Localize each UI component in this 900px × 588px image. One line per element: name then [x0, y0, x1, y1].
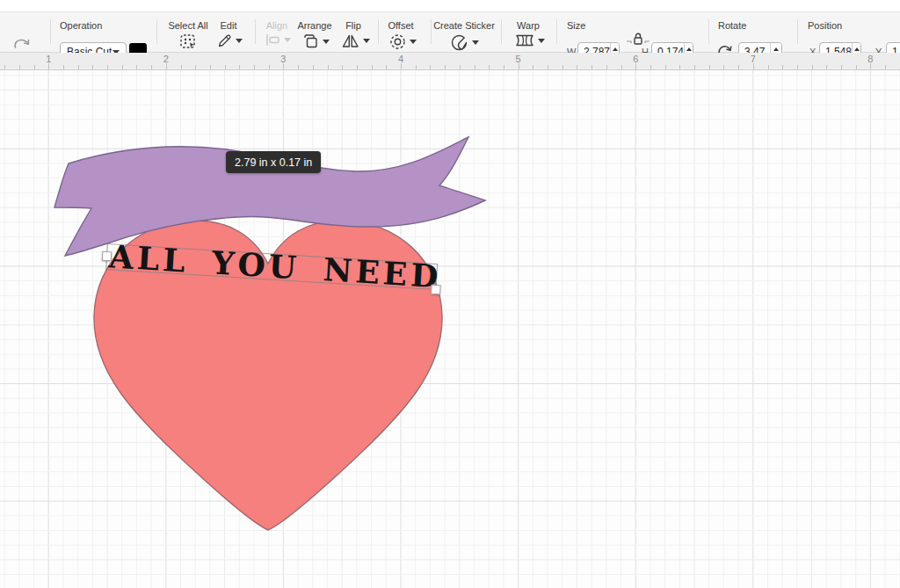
align-button[interactable]: [265, 33, 291, 47]
ruler-tick: [63, 65, 64, 69]
ruler-tick: [460, 65, 461, 69]
redo-arrow-icon: [13, 36, 31, 50]
ruler-tick: [665, 65, 666, 69]
select-all-button[interactable]: [179, 33, 197, 50]
ruler-tick: [357, 65, 358, 69]
pencil-icon: [217, 33, 232, 48]
ruler-tick: [4, 65, 5, 69]
ruler-tick: [225, 65, 226, 69]
arrange-icon: [302, 33, 319, 49]
redo-button[interactable]: [13, 36, 31, 50]
ruler-tick: [254, 65, 255, 69]
ruler-tick: [577, 65, 577, 69]
ruler-tick: [826, 65, 827, 69]
ruler-tick: [328, 65, 329, 69]
horizontal-ruler: 12345678: [0, 53, 900, 70]
align-icon: [265, 33, 280, 47]
flip-button[interactable]: [342, 33, 370, 48]
toolbar-divider: [255, 19, 256, 44]
ruler-tick: [650, 65, 651, 69]
offset-button[interactable]: [389, 33, 417, 50]
ruler-tick: [621, 65, 622, 69]
ruler-tick: [694, 65, 695, 69]
ruler-tick: [78, 65, 79, 69]
toolbar-divider: [708, 19, 709, 44]
flip-label: Flip: [345, 20, 361, 31]
ruler-tick: [489, 65, 490, 69]
lock-aspect-ratio-icon[interactable]: [626, 32, 650, 47]
chevron-down-icon: [236, 39, 243, 43]
ruler-tick: [401, 63, 402, 69]
align-label: Align: [266, 20, 287, 31]
warp-button[interactable]: [515, 33, 545, 47]
size-tooltip-text: 2.79 in x 0.17 in: [235, 156, 312, 169]
design-canvas[interactable]: ALL YOU NEED 2.79 in x 0.17 in: [0, 70, 900, 588]
ruler-tick: [342, 65, 343, 69]
ruler-tick: [856, 65, 857, 69]
arrange-button[interactable]: [302, 33, 330, 49]
toolbar-divider: [797, 19, 798, 44]
ruler-tick: [34, 65, 35, 69]
chevron-down-icon: [410, 40, 417, 44]
warp-icon: [515, 33, 534, 47]
selection-handle-left[interactable]: [102, 251, 112, 262]
app-window: Operation Basic Cut Select All Edit: [0, 0, 900, 588]
ruler-tick: [635, 63, 636, 69]
rotate-label: Rotate: [718, 20, 746, 31]
ruler-tick: [416, 65, 417, 69]
toolbar-divider: [156, 19, 157, 44]
ruler-tick: [768, 65, 769, 69]
ruler-tick: [107, 65, 108, 69]
ruler-tick: [313, 65, 314, 69]
ruler-tick: [181, 65, 182, 69]
ruler-tick: [445, 65, 446, 69]
toolbar-divider: [556, 19, 557, 44]
ruler-tick: [195, 65, 196, 69]
toolbar-divider: [378, 19, 379, 44]
ruler-tick: [723, 65, 724, 69]
ruler-tick: [738, 65, 739, 69]
chevron-down-icon: [284, 38, 291, 42]
select-all-label: Select All: [168, 20, 207, 31]
ruler-tick: [841, 65, 842, 69]
ruler-tick: [797, 65, 798, 69]
ruler-tick: [782, 65, 783, 69]
position-label: Position: [808, 20, 842, 31]
toolbar: Operation Basic Cut Select All Edit: [0, 11, 900, 53]
create-sticker-button[interactable]: [450, 33, 479, 52]
ruler-tick: [372, 65, 373, 69]
ruler-tick: [386, 65, 387, 69]
chevron-down-icon: [472, 40, 479, 45]
ruler-tick: [533, 65, 533, 69]
chevron-down-icon: [323, 40, 330, 44]
ruler-tick: [812, 65, 813, 69]
ruler-tick: [548, 65, 548, 69]
sticker-icon: [450, 33, 468, 52]
ruler-tick: [283, 63, 284, 69]
ruler-tick: [885, 65, 886, 69]
toolbar-divider: [501, 19, 502, 44]
ruler-tick: [92, 65, 93, 69]
ruler-tick: [504, 65, 504, 69]
ruler-tick: [562, 65, 563, 69]
chevron-down-icon: [363, 39, 370, 43]
edit-button[interactable]: [217, 33, 243, 48]
edit-label: Edit: [221, 20, 237, 31]
size-tooltip: 2.79 in x 0.17 in: [226, 151, 321, 173]
ruler-tick: [151, 65, 152, 69]
selection-handle-resize[interactable]: [431, 285, 441, 295]
ruler-tick: [753, 63, 754, 69]
chevron-down-icon: [538, 39, 545, 43]
toolbar-divider: [50, 19, 51, 44]
ruler-tick: [870, 63, 871, 69]
toolbar-divider: [431, 19, 432, 44]
size-label: Size: [567, 20, 585, 31]
ruler-tick: [679, 65, 680, 69]
operation-label: Operation: [60, 20, 102, 31]
ruler-tick: [19, 65, 20, 69]
ruler-tick: [239, 65, 240, 69]
warp-label: Warp: [517, 20, 540, 31]
ruler-tick: [709, 65, 710, 69]
ruler-tick: [48, 63, 49, 69]
ruler-tick: [430, 65, 431, 69]
